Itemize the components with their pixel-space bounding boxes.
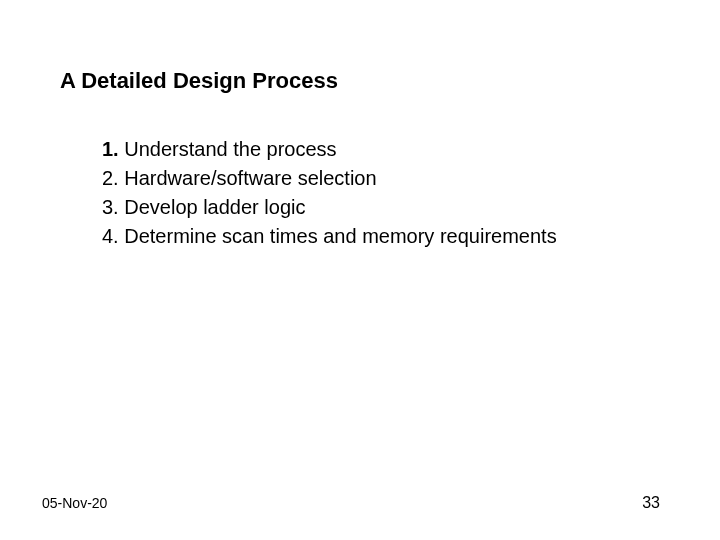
footer-date: 05-Nov-20	[42, 495, 107, 511]
list-item: 2. Hardware/software selection	[102, 165, 660, 192]
list-item: 4. Determine scan times and memory requi…	[102, 223, 660, 250]
slide-container: A Detailed Design Process 1. Understand …	[0, 0, 720, 540]
list-text: Hardware/software selection	[119, 167, 377, 189]
list-text: Determine scan times and memory requirem…	[119, 225, 557, 247]
list-item: 3. Develop ladder logic	[102, 194, 660, 221]
list-number: 3.	[102, 196, 119, 218]
list-number: 4.	[102, 225, 119, 247]
list-text: Develop ladder logic	[119, 196, 306, 218]
list-text: Understand the process	[119, 138, 337, 160]
list-number: 2.	[102, 167, 119, 189]
footer-page-number: 33	[642, 494, 660, 512]
list-number: 1.	[102, 138, 119, 160]
numbered-list: 1. Understand the process 2. Hardware/so…	[102, 136, 660, 250]
list-item: 1. Understand the process	[102, 136, 660, 163]
slide-title: A Detailed Design Process	[60, 68, 660, 94]
slide-footer: 05-Nov-20 33	[42, 494, 660, 512]
